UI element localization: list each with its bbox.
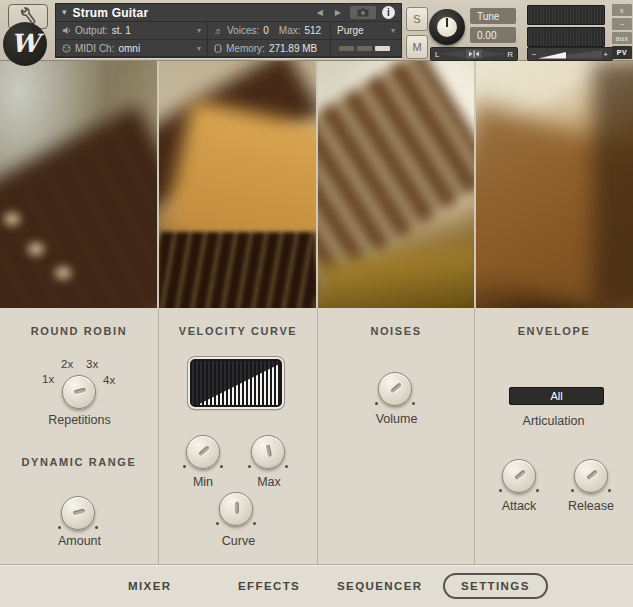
tab-effects[interactable]: EFFECTS bbox=[238, 580, 300, 592]
tune-value-field[interactable]: 0.00 bbox=[470, 27, 516, 43]
volume-slider[interactable]: − + bbox=[527, 47, 613, 61]
knob-slot bbox=[198, 446, 209, 456]
velocity-min-knob[interactable] bbox=[186, 435, 220, 469]
repetitions-knob[interactable] bbox=[62, 375, 96, 409]
instrument-header: ▾ Strum Guitar ◀ ▶ i bbox=[55, 3, 402, 58]
max-label: Max: bbox=[279, 25, 301, 36]
dynamic-range-amount-knob[interactable] bbox=[61, 496, 95, 530]
voices-label: Voices: bbox=[227, 25, 259, 36]
info-icon: i bbox=[387, 7, 390, 18]
pan-slider[interactable]: L R bbox=[430, 47, 518, 61]
knob-slot bbox=[390, 383, 401, 393]
voices-value: 0 bbox=[263, 25, 269, 36]
memory-label: Memory: bbox=[226, 43, 265, 54]
knob-max-dot bbox=[95, 526, 98, 529]
envelope-title: ENVELOPE bbox=[475, 325, 633, 337]
performance-view-button[interactable]: PV bbox=[612, 46, 632, 59]
photo-inlay-dot bbox=[55, 267, 71, 279]
knob-max-dot bbox=[253, 522, 256, 525]
output-value: st. 1 bbox=[112, 25, 131, 36]
next-instrument-arrow[interactable]: ▶ bbox=[332, 9, 344, 17]
knob-max-dot bbox=[608, 489, 611, 492]
purge-bar bbox=[357, 46, 372, 51]
release-label: Release bbox=[561, 499, 621, 513]
tune-knob-pointer bbox=[446, 18, 448, 27]
max-value: 512 bbox=[304, 25, 321, 36]
knob-face bbox=[186, 435, 220, 469]
output-icon bbox=[62, 26, 71, 35]
close-label: x bbox=[620, 7, 624, 14]
release-knob[interactable] bbox=[574, 459, 608, 493]
knob-slot bbox=[74, 388, 86, 394]
knob-face bbox=[61, 496, 95, 530]
mute-label: M bbox=[412, 41, 421, 53]
tick-2x: 2x bbox=[61, 358, 73, 370]
voices-readout: ♬ Voices: 0 Max: 512 bbox=[208, 22, 331, 40]
volume-minus-label: − bbox=[532, 50, 537, 59]
purge-menu[interactable]: Purge ▾ bbox=[331, 22, 401, 40]
volume-plus-label: + bbox=[603, 50, 608, 59]
knob-face bbox=[574, 459, 608, 493]
purge-state-bars bbox=[331, 40, 401, 57]
noises-volume-knob[interactable] bbox=[378, 372, 412, 406]
minimize-instrument-button[interactable]: − bbox=[612, 18, 632, 30]
noises-volume-label: Volume bbox=[318, 412, 475, 426]
memory-chip-icon bbox=[214, 44, 222, 53]
volume-slider-graphic bbox=[528, 48, 612, 60]
noises-column: NOISES Volume bbox=[318, 308, 475, 564]
amount-label: Amount bbox=[0, 534, 159, 548]
tab-sequencer[interactable]: SEQUENCER bbox=[337, 580, 422, 592]
info-button[interactable]: i bbox=[382, 6, 395, 19]
snapshot-button[interactable] bbox=[350, 6, 376, 19]
tab-settings[interactable]: SETTINGS bbox=[443, 573, 548, 599]
midi-channel-selector[interactable]: MIDI Ch: omni ▾ bbox=[56, 40, 208, 57]
remove-instrument-button[interactable]: x bbox=[612, 4, 632, 16]
round-robin-title: ROUND ROBIN bbox=[0, 325, 158, 337]
knob-slot bbox=[586, 470, 597, 480]
attack-knob[interactable] bbox=[502, 459, 536, 493]
knob-max-dot bbox=[285, 465, 288, 468]
output-label: Output: bbox=[75, 25, 108, 36]
min-label: Min bbox=[173, 475, 233, 489]
output-dropdown-caret[interactable]: ▾ bbox=[197, 26, 201, 35]
knob-min-dot bbox=[58, 526, 61, 529]
velocity-curve-knob[interactable] bbox=[219, 492, 253, 526]
articulation-selector[interactable]: All bbox=[509, 387, 604, 405]
aux-sends-button[interactable]: aux bbox=[612, 32, 632, 44]
knob-min-dot bbox=[216, 522, 219, 525]
repetitions-label: Repetitions bbox=[0, 413, 159, 427]
knob-face bbox=[219, 492, 253, 526]
tick-1x: 1x bbox=[42, 373, 54, 385]
tune-label: Tune bbox=[477, 11, 499, 22]
settings-panel: ROUND ROBIN 1x 2x 3x 4x Repetitions DYNA… bbox=[0, 308, 633, 564]
knob-max-dot bbox=[220, 465, 223, 468]
mute-button[interactable]: M bbox=[406, 35, 428, 59]
knob-face bbox=[251, 435, 285, 469]
level-meter-left bbox=[527, 5, 605, 25]
photo-fretboard-shape bbox=[0, 104, 157, 308]
velocity-curve-display[interactable] bbox=[188, 357, 284, 409]
kontakt-instrument-window: W ▾ Strum Guitar ◀ ▶ i bbox=[0, 0, 633, 607]
midi-dropdown-caret[interactable]: ▾ bbox=[197, 44, 201, 53]
tune-knob[interactable] bbox=[429, 9, 465, 45]
prev-instrument-arrow[interactable]: ◀ bbox=[314, 9, 326, 17]
aux-label: aux bbox=[616, 35, 629, 42]
pan-left-label: L bbox=[435, 50, 439, 59]
tab-mixer[interactable]: MIXER bbox=[128, 580, 171, 592]
envelope-column: ENVELOPE All Articulation Attack Release bbox=[475, 308, 633, 564]
purge-bar bbox=[375, 46, 390, 51]
velocity-max-knob[interactable] bbox=[251, 435, 285, 469]
knob-face bbox=[378, 372, 412, 406]
guitar-photo-body-neck bbox=[159, 61, 316, 308]
purge-dropdown-caret: ▾ bbox=[391, 26, 395, 35]
tune-value: 0.00 bbox=[477, 30, 496, 41]
round-robin-column: ROUND ROBIN 1x 2x 3x 4x Repetitions DYNA… bbox=[0, 308, 159, 564]
solo-button[interactable]: S bbox=[406, 7, 428, 31]
knob-slot bbox=[235, 502, 239, 514]
brand-logo-letter: W bbox=[11, 29, 39, 58]
output-selector[interactable]: Output: st. 1 ▾ bbox=[56, 22, 208, 40]
velocity-curve-title: VELOCITY CURVE bbox=[159, 325, 317, 337]
collapse-caret-icon[interactable]: ▾ bbox=[62, 8, 67, 17]
minimize-label: − bbox=[620, 21, 625, 28]
brand-logo: W bbox=[3, 22, 47, 66]
